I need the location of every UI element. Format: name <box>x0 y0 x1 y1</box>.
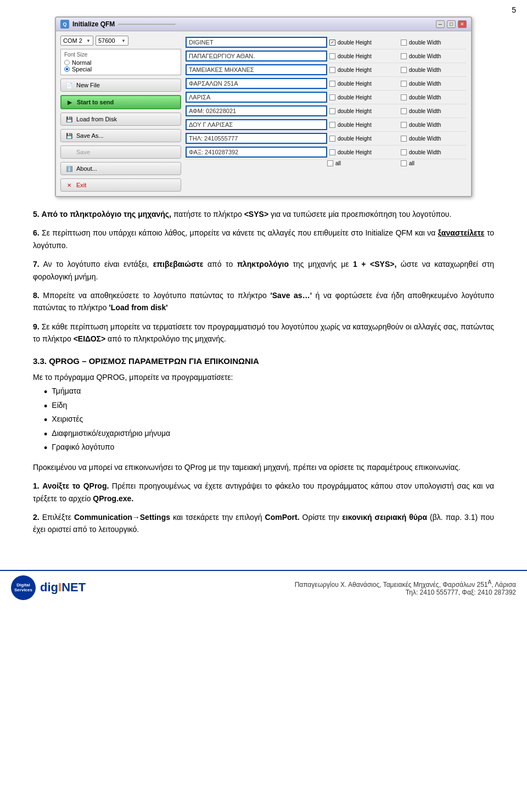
data-cell-text[interactable]: ΦΑΞ: 2410287392 <box>186 147 327 158</box>
dw-label-4: double Width <box>409 94 441 100</box>
dw-checkbox-0[interactable] <box>401 40 407 46</box>
dh-checkbox-5[interactable] <box>329 108 335 114</box>
com-select[interactable]: COM 2 ▼ <box>60 36 93 46</box>
step9-prefix: 9. <box>33 322 40 331</box>
dh-checkbox-0[interactable] <box>329 40 335 46</box>
dw-label-7: double Width <box>409 136 441 142</box>
section33-body: Προκειμένου να μπορεί να επικοινωνήσει τ… <box>33 461 494 473</box>
font-size-label: Font Size <box>64 52 177 58</box>
dh-checkbox-3[interactable] <box>329 81 335 87</box>
footer-contact: Παπαγεωργίου Χ. Αθανάσιος, Ταμειακές Μηχ… <box>295 579 516 596</box>
data-cell-text[interactable]: ΦΑΡΣΑΛΩΝ 251Α <box>186 78 327 89</box>
dw-checkbox-7[interactable] <box>401 136 407 142</box>
num2-prefix: 2. <box>33 513 40 522</box>
dh-label-8: double Height <box>338 149 372 155</box>
radio-special-row: Special <box>64 66 177 72</box>
dw-checkbox-group-3: double Width <box>401 81 467 87</box>
data-cell-text[interactable]: ΑΦΜ: 026228021 <box>186 105 327 116</box>
data-cell-text[interactable]: ΤΑΜΕΙΑΚΕΣ ΜΗΧΑΝΕΣ <box>186 64 327 75</box>
dw-label-3: double Width <box>409 81 441 87</box>
save-icon <box>65 148 73 156</box>
dw-checkbox-group-6: double Width <box>401 122 467 128</box>
dw-checkbox-3[interactable] <box>401 81 407 87</box>
data-cell-text[interactable]: ΛΑΡΙΣΑ <box>186 92 327 103</box>
dw-checkbox-6[interactable] <box>401 122 407 128</box>
dh-checkbox-group-4: double Height <box>329 94 401 100</box>
start-send-button[interactable]: ▶ Start to send <box>60 95 181 109</box>
dh-checkbox-8[interactable] <box>329 149 335 155</box>
dh-checkbox-2[interactable] <box>329 67 335 73</box>
dw-checkbox-4[interactable] <box>401 94 407 100</box>
section-33-title: 3.3. QPROG – ΟΡΙΣΜΟΣ ΠΑΡΑΜΕΤΡΩΝ ΓΙΑ ΕΠΙΚ… <box>33 356 494 366</box>
com-select-arrow: ▼ <box>86 38 91 43</box>
all-dw-group: all <box>401 160 467 166</box>
save-as-button[interactable]: 💾 Save As... <box>60 129 181 142</box>
maximize-button[interactable]: □ <box>447 20 456 28</box>
all-row: all all <box>186 159 467 167</box>
dw-checkbox-group-8: double Width <box>401 149 467 155</box>
list-item: • Διαφημιστικό/ευχαριστήριο μήνυμα <box>44 429 494 441</box>
dw-label-2: double Width <box>409 67 441 73</box>
exit-button[interactable]: ✕ Exit <box>60 178 181 192</box>
radio-normal[interactable] <box>64 60 70 65</box>
dw-checkbox-1[interactable] <box>401 53 407 59</box>
bullet-list: • Τμήματα • Είδη • Χειριστές • Διαφημιστ… <box>33 387 494 455</box>
num1-prefix: 1. <box>33 481 40 490</box>
step7-prefix: 7. <box>33 260 40 268</box>
logo-text: digINET <box>40 580 86 595</box>
dh-label-4: double Height <box>338 94 372 100</box>
dh-checkbox-group-1: double Height <box>329 53 401 59</box>
dh-checkbox-7[interactable] <box>329 136 335 142</box>
load-disk-button[interactable]: 💾 Load from Disk <box>60 113 181 126</box>
dw-checkbox-5[interactable] <box>401 108 407 114</box>
numbered-section-1: 1. Ανοίξτε το QProg. Πρέπει προηγουμένως… <box>33 480 494 505</box>
dh-checkbox-1[interactable] <box>329 53 335 59</box>
all-dh-checkbox[interactable] <box>327 160 333 166</box>
baud-select[interactable]: 57600 ▼ <box>96 36 128 46</box>
window-titlebar: Q Initialize QFM ━━━━━━━━━━━━━━━ ─ □ ✕ <box>56 18 471 31</box>
about-icon: ℹ️ <box>65 165 73 172</box>
dw-checkbox-8[interactable] <box>401 149 407 155</box>
load-disk-icon: 💾 <box>65 115 73 123</box>
dw-checkbox-group-4: double Width <box>401 94 467 100</box>
table-row: ΤΗΛ: 2410555777 double Height double Wid… <box>186 132 467 145</box>
logo-circle: Digital Services <box>11 575 36 600</box>
dw-label-1: double Width <box>409 53 441 59</box>
logo-bottom: Services <box>14 587 32 592</box>
table-row: ΔΟΥ Γ ΛΑΡΙΣΑΣ double Height double Width <box>186 118 467 132</box>
close-button[interactable]: ✕ <box>458 20 467 28</box>
step5-text: 5. Από το πληκτρολόγιο της μηχανής, πατή… <box>33 208 494 220</box>
all-dw-label: all <box>409 160 414 166</box>
window-controls: ─ □ ✕ <box>436 20 467 28</box>
about-button[interactable]: ℹ️ About... <box>60 162 181 175</box>
dh-label-5: double Height <box>338 108 372 114</box>
radio-normal-row: Normal <box>64 59 177 66</box>
right-panel: DIGINET double Height double Width ΠΑΠΑΓ… <box>186 36 467 192</box>
data-cell-text[interactable]: ΔΟΥ Γ ΛΑΡΙΣΑΣ <box>186 119 327 130</box>
num2-bold: Communication→Settings <box>74 513 170 522</box>
radio-special[interactable] <box>64 66 70 72</box>
dw-label-0: double Width <box>409 40 441 46</box>
dw-checkbox-group-1: double Width <box>401 53 467 59</box>
all-dw-checkbox[interactable] <box>401 160 407 166</box>
num1-title: Ανοίξτε το QProg. <box>42 481 109 490</box>
dh-label-6: double Height <box>338 122 372 128</box>
dh-checkbox-6[interactable] <box>329 122 335 128</box>
dh-label-0: double Height <box>338 40 372 46</box>
dw-checkbox-2[interactable] <box>401 67 407 73</box>
num1-code: QProg.exe. <box>93 494 133 503</box>
bullet-icon: • <box>44 401 47 413</box>
minimize-button[interactable]: ─ <box>436 20 445 28</box>
step6-text: 6. Σε περίπτωση που υπάρχει κάποιο λάθος… <box>33 227 494 251</box>
table-row: ΦΑΞ: 2410287392 double Height double Wid… <box>186 145 467 159</box>
dh-checkbox-4[interactable] <box>329 94 335 100</box>
page-number: 5 <box>512 5 516 14</box>
step9-text: 9. Σε κάθε περίπτωση μπορείτε να τερματί… <box>33 321 494 345</box>
bullet-text: Τμήματα <box>52 387 81 395</box>
data-cell-text[interactable]: ΠΑΠΑΓΕΩΡΓΙΟΥ ΑΘΑΝ. <box>186 51 327 61</box>
data-cell-text[interactable]: DIGINET <box>186 37 327 48</box>
new-file-button[interactable]: 📄 New File <box>60 79 181 92</box>
table-row: ΛΑΡΙΣΑ double Height double Width <box>186 91 467 104</box>
save-button[interactable]: Save <box>60 145 181 159</box>
data-cell-text[interactable]: ΤΗΛ: 2410555777 <box>186 133 327 144</box>
